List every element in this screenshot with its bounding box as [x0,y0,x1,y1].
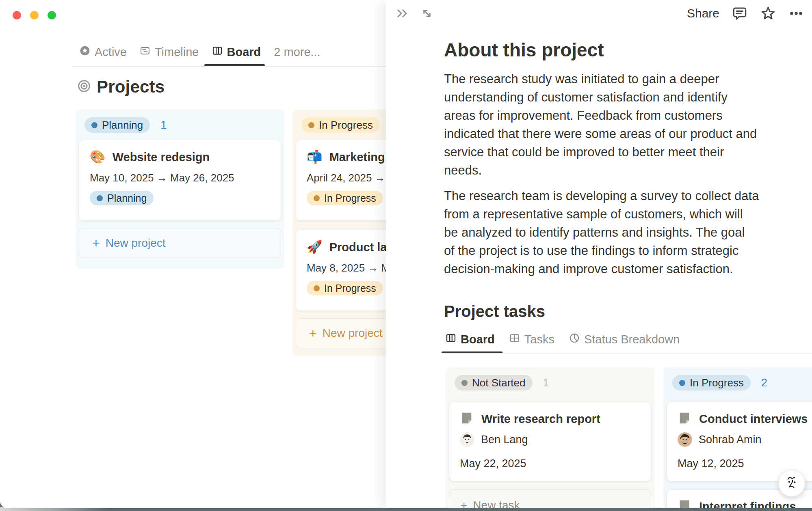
app-window: Active Timeline Board 2 more... Projects [0,0,812,508]
mailbox-emoji-icon: 📬 [307,150,323,164]
tasks-column-not-started: Not Started 1 Write research report Ben … [446,367,654,508]
tab-board-label: Board [227,45,261,59]
project-card-title: Website redesign [113,151,210,164]
more-options-icon[interactable] [788,6,804,21]
status-dot [314,285,320,291]
status-dot [97,195,103,201]
tab-timeline-view[interactable]: Timeline [140,45,199,59]
rocket-emoji-icon: 🚀 [307,240,323,254]
tab-timeline-label: Timeline [155,45,199,59]
minimize-window-button[interactable] [30,11,39,19]
tab-tasks-board[interactable]: Board [446,333,495,346]
ai-face-icon [783,474,800,493]
task-card-write-research-report[interactable]: Write research report Ben Lang May 22, 2… [449,402,651,481]
plus-icon: + [92,236,100,251]
status-label: In Progress [319,119,373,132]
palette-emoji-icon: 🎨 [90,150,106,164]
status-label: In Progress [324,282,376,294]
page-doc-icon [678,499,691,508]
status-dot [91,122,97,128]
new-project-button-planning[interactable]: + New project [79,228,281,258]
project-card-title: Product lau [329,241,394,254]
tab-more-views[interactable]: 2 more... [274,45,320,59]
status-label: In Progress [690,377,744,389]
zoom-window-button[interactable] [48,11,56,19]
page-heading-about: About this project [444,39,604,61]
comments-icon[interactable] [732,5,748,22]
tab-board-label: Board [461,333,495,346]
side-peek-panel: Share About this project The research st… [386,0,812,508]
section-heading-project-tasks: Project tasks [444,302,545,321]
status-label: Not Started [472,377,526,389]
status-badge-in-progress[interactable]: In Progress [672,375,751,390]
star-circle-icon [80,45,90,59]
status-label: Planning [102,119,143,132]
task-title: Interpret findings [699,500,796,509]
page-doc-icon [678,411,691,427]
favorite-star-icon[interactable] [760,5,776,22]
share-button[interactable]: Share [687,6,719,20]
page-doc-icon [460,411,474,427]
assignee-name: Sohrab Amin [699,433,762,446]
board-columns-icon [446,333,456,346]
avatar-ben-lang [460,432,474,447]
pie-chart-icon [569,333,580,346]
plus-icon: + [309,326,317,341]
status-badge-in-progress-small: In Progress [307,191,383,205]
close-side-peek-icon[interactable] [395,6,410,21]
about-paragraph-2: The research team is developing a survey… [444,187,759,278]
traffic-lights [13,11,56,19]
status-dot [308,122,314,128]
close-window-button[interactable] [13,11,21,19]
plus-icon: + [461,499,467,508]
page-title: Projects [97,77,165,97]
status-badge-not-started[interactable]: Not Started [455,375,533,390]
assignee-name: Ben Lang [481,433,528,446]
timeline-icon [140,45,150,59]
status-badge-planning-small: Planning [90,191,154,205]
board-columns-icon [212,45,223,59]
tab-tasks-table[interactable]: Tasks [509,333,554,346]
column-count: 1 [543,377,549,389]
avatar-sohrab-amin [678,432,692,447]
status-badge-in-progress[interactable]: In Progress [301,117,380,133]
tab-active-view[interactable]: Active [80,45,127,59]
tab-tasks-label: Tasks [524,333,554,346]
tab-status-breakdown-label: Status Breakdown [584,333,680,346]
about-paragraph-1: The research study was initiated to gain… [444,70,757,179]
task-title: Conduct interviews [699,412,808,426]
new-task-button[interactable]: + New task [449,489,651,508]
tab-more-label: 2 more... [274,45,320,59]
tab-active-label: Active [95,45,127,59]
status-dot [461,380,468,386]
tab-board-view[interactable]: Board [212,45,261,59]
project-card-dates: May 10, 2025 → May 26, 2025 [90,172,270,184]
column-count: 2 [761,377,767,389]
new-project-label: New project [323,327,383,340]
status-badge-planning[interactable]: Planning [84,117,150,133]
task-card-conduct-interviews[interactable]: Conduct interviews Sohrab Amin May 12, 2… [667,402,812,481]
board-column-planning: Planning 1 🎨 Website redesign May 10, 20… [76,110,284,269]
tabs-divider [442,353,812,354]
status-label: In Progress [324,192,376,204]
tasks-view-tabs: Board Tasks Status Breakdown [446,333,680,346]
project-card-title: Marketing c [329,151,395,164]
task-date: May 12, 2025 [678,457,812,470]
notion-ai-button[interactable] [778,470,805,497]
column-count: 1 [160,119,167,132]
table-icon [509,333,520,346]
status-badge-in-progress-small: In Progress [307,281,383,295]
tab-status-breakdown[interactable]: Status Breakdown [569,333,680,346]
expand-page-icon[interactable] [420,6,434,21]
status-label: Planning [107,192,147,204]
bullseye-icon [77,79,91,95]
database-view-tabs: Active Timeline Board 2 more... [80,45,320,59]
task-title: Write research report [481,412,600,426]
new-project-label: New project [106,237,166,250]
tabs-divider [71,66,386,67]
project-card-website-redesign[interactable]: 🎨 Website redesign May 10, 2025 → May 26… [79,140,281,221]
status-dot [679,380,685,386]
task-date: May 22, 2025 [460,457,640,470]
database-title: Projects [77,77,165,97]
new-task-label: New task [473,499,520,508]
